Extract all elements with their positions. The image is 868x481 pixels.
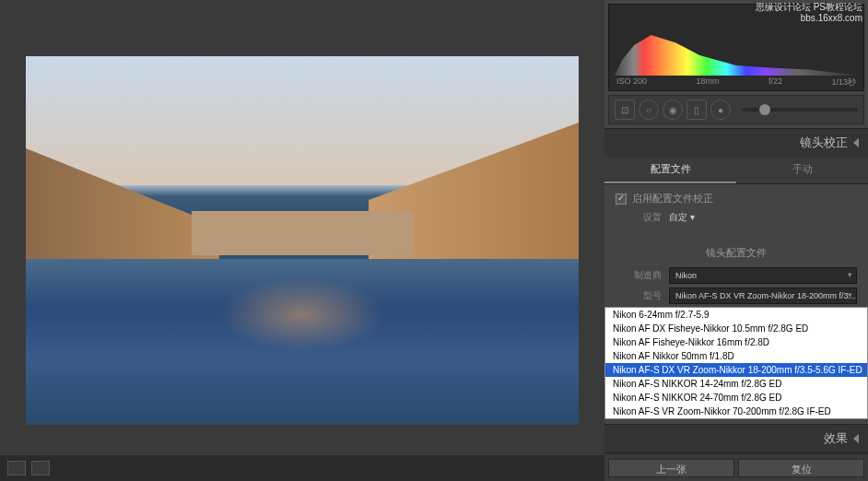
enable-profile-checkbox[interactable] xyxy=(616,194,627,205)
previous-button[interactable]: 上一张 xyxy=(608,459,734,477)
nav-buttons: 上一张 复位 xyxy=(604,455,868,481)
spot-tool-icon[interactable]: ○ xyxy=(639,100,659,120)
tab-profile[interactable]: 配置文件 xyxy=(604,157,736,183)
model-dropdown[interactable]: Nikon AF-S DX VR Zoom-Nikkor 18-200mm f/… xyxy=(669,287,857,304)
gradient-tool-icon[interactable]: ▯ xyxy=(686,100,707,120)
histogram-aperture: f/22 xyxy=(768,76,782,88)
lens-option[interactable]: Nikon AF DX Fisheye-Nikkor 10.5mm f/2.8G… xyxy=(605,322,867,335)
effects-header[interactable]: 效果 xyxy=(604,424,868,452)
tab-manual[interactable]: 手动 xyxy=(736,157,868,183)
model-label: 型号 xyxy=(616,289,662,302)
lens-correction-header[interactable]: 镜头校正 xyxy=(604,128,868,157)
develop-panel: 思缘设计论坛 PS教程论坛 bbs.16xx8.com ISO 200 18mm… xyxy=(604,0,868,481)
lens-option[interactable]: Nikon AF-S VR Zoom-Nikkor 70-200mm f/2.8… xyxy=(605,405,867,418)
view-mode-button-2[interactable] xyxy=(31,461,50,475)
setup-dropdown[interactable]: 自定 ▾ xyxy=(669,211,857,224)
histogram-focal: 18mm xyxy=(697,76,720,88)
tool-slider[interactable] xyxy=(742,108,858,111)
maker-label: 制造商 xyxy=(616,269,662,282)
lens-option[interactable]: Nikon AF Nikkor 50mm f/1.8D xyxy=(605,349,867,363)
crop-tool-icon[interactable]: ⊡ xyxy=(615,100,635,120)
lens-profile-section-label: 镜头配置文件 xyxy=(706,246,767,260)
reset-button[interactable]: 复位 xyxy=(738,459,864,477)
lens-model-dropdown-list[interactable]: ↖ Nikon 6-24mm f/2.7-5.9Nikon AF DX Fish… xyxy=(604,307,868,419)
photo-canvas[interactable] xyxy=(26,56,579,425)
filmstrip-bar xyxy=(0,455,604,481)
view-mode-button[interactable] xyxy=(7,461,26,475)
image-preview-area xyxy=(0,0,604,481)
watermark: 思缘设计论坛 PS教程论坛 bbs.16xx8.com xyxy=(756,2,862,24)
collapse-icon xyxy=(853,138,859,147)
lens-option[interactable]: Nikon AF Fisheye-Nikkor 16mm f/2.8D xyxy=(605,335,867,349)
lens-option[interactable]: Nikon AF-S DX VR Zoom-Nikkor 18-200mm f/… xyxy=(605,363,867,377)
setup-label: 设置 xyxy=(616,211,662,224)
maker-dropdown[interactable]: Nikon xyxy=(669,267,857,284)
brush-tool-icon[interactable]: ● xyxy=(710,100,731,120)
histogram-iso: ISO 200 xyxy=(616,76,647,88)
lens-option[interactable]: Nikon AF-S NIKKOR 14-24mm f/2.8G ED xyxy=(605,377,867,391)
lens-option[interactable]: Nikon AF-S NIKKOR 24-70mm f/2.8G ED xyxy=(605,391,867,405)
histogram-shutter: 1/13秒 xyxy=(831,76,856,88)
enable-profile-label: 启用配置文件校正 xyxy=(632,192,713,205)
redeye-tool-icon[interactable]: ◉ xyxy=(663,100,683,120)
collapse-icon xyxy=(853,434,859,443)
lens-tabs: 配置文件 手动 xyxy=(604,157,868,184)
lens-option[interactable]: Nikon 6-24mm f/2.7-5.9 xyxy=(605,308,867,322)
tool-strip: ⊡ ○ ◉ ▯ ● xyxy=(608,95,864,124)
